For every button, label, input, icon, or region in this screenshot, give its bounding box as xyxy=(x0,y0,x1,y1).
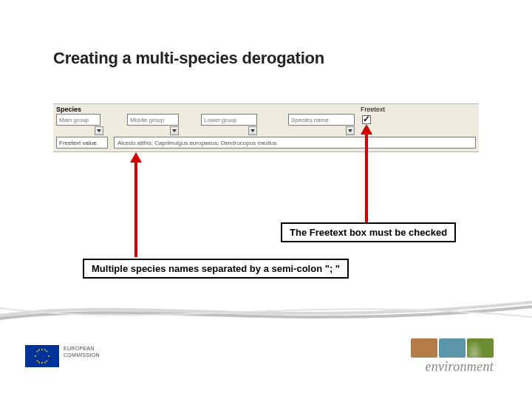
svg-point-4 xyxy=(37,351,38,352)
env-tile-green xyxy=(467,338,494,358)
svg-point-3 xyxy=(48,355,50,357)
environment-word: environment xyxy=(411,359,494,375)
ec-text: EUROPEAN COMMISSION xyxy=(64,345,100,358)
page-title: Creating a multi-species derogation xyxy=(53,49,324,68)
ec-line2: COMMISSION xyxy=(64,352,100,358)
svg-point-5 xyxy=(47,351,48,352)
svg-point-6 xyxy=(37,361,38,362)
decorative-swoosh xyxy=(0,292,532,329)
species-panel: Species Main group Middle group Lower gr… xyxy=(53,103,479,152)
callout-semicolon: Multiple species names separated by a se… xyxy=(83,259,349,279)
section-label-species: Species xyxy=(56,106,81,113)
arrow-to-freetext-value xyxy=(134,161,137,257)
svg-point-10 xyxy=(38,362,40,364)
main-group-field[interactable]: Main group xyxy=(56,114,100,126)
callout-freetext-checked: The Freetext box must be checked xyxy=(281,222,456,242)
footer-ec: EUROPEAN COMMISSION xyxy=(25,345,100,367)
svg-point-9 xyxy=(44,349,46,351)
arrow-to-freetext-checkbox xyxy=(365,133,368,223)
middle-group-dropdown-icon[interactable] xyxy=(170,126,179,135)
freetext-value-label: Freetext value xyxy=(56,137,108,149)
freetext-checkbox[interactable] xyxy=(362,115,371,124)
svg-point-2 xyxy=(35,355,36,357)
lower-group-field[interactable]: Lower group xyxy=(201,114,257,126)
svg-point-8 xyxy=(38,349,40,351)
svg-point-1 xyxy=(41,362,43,364)
freetext-label: Freetext xyxy=(361,106,385,113)
slide: { "title": "Creating a multi-species der… xyxy=(0,0,532,399)
svg-point-11 xyxy=(44,362,46,364)
middle-group-field[interactable]: Middle group xyxy=(127,114,179,126)
species-name-dropdown-icon[interactable] xyxy=(346,126,355,135)
freetext-value-input[interactable]: Alcedo atthis; Caprimulgus europaeus; De… xyxy=(114,137,476,149)
species-name-field[interactable]: Species name xyxy=(288,114,355,126)
env-tile-brown xyxy=(411,338,437,358)
main-group-dropdown-icon[interactable] xyxy=(95,126,103,135)
env-tiles xyxy=(411,338,494,358)
env-tile-blue xyxy=(439,338,466,358)
environment-logo: environment xyxy=(411,338,494,375)
eu-flag-icon xyxy=(25,345,59,367)
lower-group-dropdown-icon[interactable] xyxy=(248,126,257,135)
svg-point-7 xyxy=(47,361,48,362)
ec-line1: EUROPEAN xyxy=(64,345,100,352)
svg-point-0 xyxy=(41,349,43,350)
